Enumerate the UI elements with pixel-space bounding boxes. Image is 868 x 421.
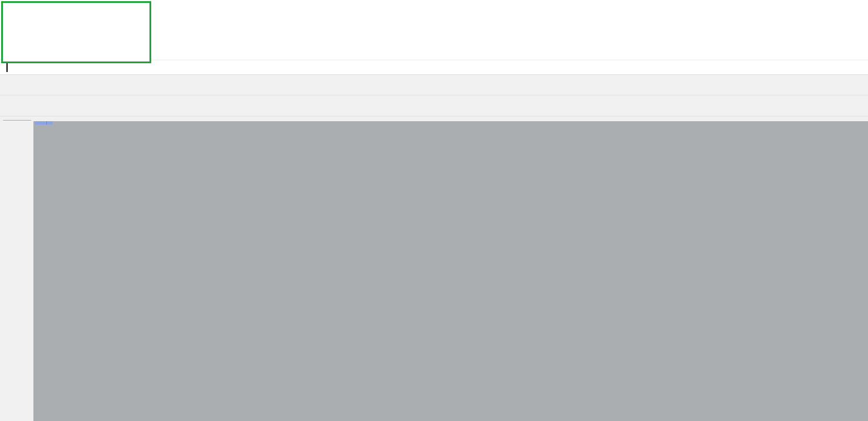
command-history bbox=[0, 0, 868, 60]
chevron-down-icon[interactable] bbox=[46, 121, 53, 125]
viewport-container bbox=[33, 117, 868, 421]
viewport-perspective[interactable] bbox=[33, 121, 868, 421]
main-area bbox=[0, 117, 868, 421]
text-cursor bbox=[6, 63, 8, 72]
standard-toolbar bbox=[0, 95, 868, 117]
toolbar-tab-bar bbox=[0, 75, 868, 95]
left-tool-sidebar bbox=[0, 117, 33, 421]
viewport-title[interactable] bbox=[35, 121, 46, 125]
sidebar-separator bbox=[3, 120, 31, 123]
viewport-title-tab[interactable] bbox=[35, 121, 53, 125]
annotation-highlight-box bbox=[1, 1, 151, 63]
viewport-canvas[interactable] bbox=[33, 121, 868, 421]
